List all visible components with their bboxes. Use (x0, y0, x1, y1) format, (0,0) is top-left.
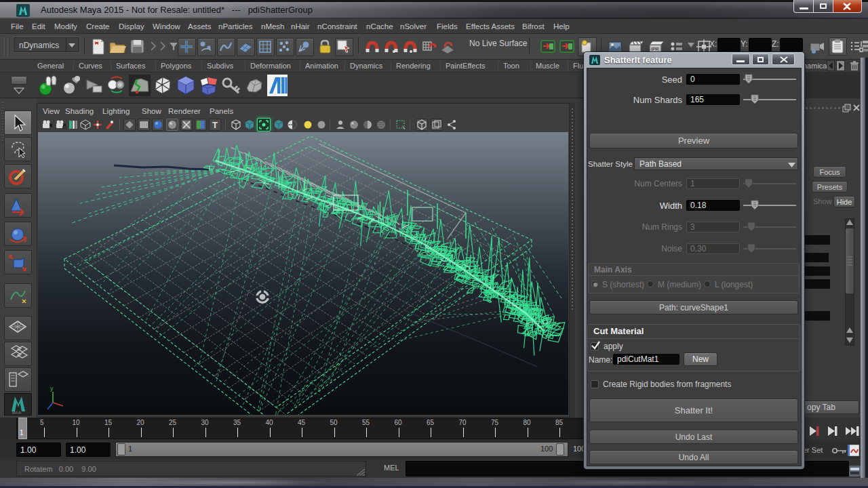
svg-text:y: y (50, 385, 54, 392)
svg-text:T: T (212, 120, 218, 130)
svg-text:MAYA: MAYA (12, 411, 22, 414)
svg-text:IPR: IPR (651, 47, 659, 52)
